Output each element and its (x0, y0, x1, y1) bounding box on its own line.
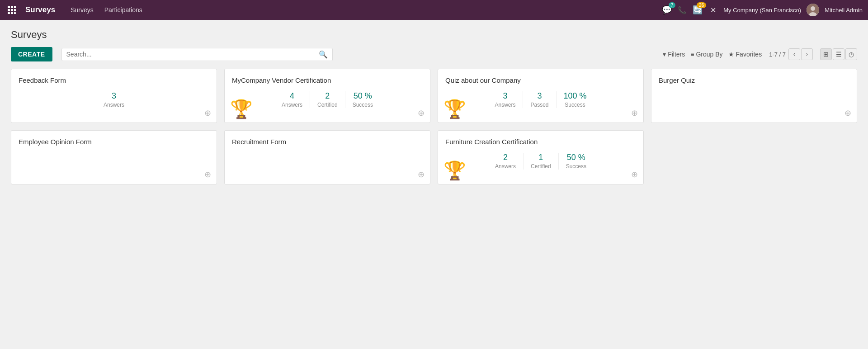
nav-surveys[interactable]: Surveys (66, 5, 98, 15)
stat-item: 2Certified (310, 91, 345, 108)
list-view-button[interactable]: ☰ (833, 48, 844, 60)
apps-menu-button[interactable] (5, 4, 18, 16)
stat-number: 50 % (566, 153, 586, 162)
next-page-button[interactable]: › (801, 48, 813, 60)
card-action-button[interactable]: ⊕ (844, 108, 851, 118)
update-icon-wrapper[interactable]: 🔄 26 (693, 5, 703, 15)
stat-label: Answers (495, 102, 515, 108)
card-title: Employee Opinion Form (19, 138, 209, 146)
card-action-button[interactable]: ⊕ (204, 108, 211, 118)
topnav: Surveys Surveys Participations 💬 7 📞 🔄 2… (0, 0, 868, 20)
survey-card-feedback-form[interactable]: Feedback Form3Answers⊕ (11, 69, 217, 123)
app-brand: Surveys (25, 5, 55, 14)
toolbar-right: ▾ Filters ≡ Group By ★ Favorites 1-7 / 7… (663, 48, 857, 60)
svg-rect-2 (14, 6, 16, 8)
stat-number: 3 (104, 91, 124, 101)
svg-rect-3 (8, 9, 10, 11)
stat-item: 50 %Success (558, 153, 594, 170)
activity-view-button[interactable]: ◷ (845, 48, 857, 60)
svg-rect-7 (11, 12, 13, 14)
card-title: Feedback Form (19, 76, 209, 84)
stat-label: Answers (104, 102, 124, 108)
stat-number: 2 (317, 91, 338, 101)
card-action-button[interactable]: ⊕ (204, 170, 211, 179)
svg-point-10 (811, 6, 815, 11)
star-icon: ★ (728, 51, 734, 58)
survey-card-mycompany-vendor[interactable]: MyCompany Vendor Certification🏆4Answers2… (224, 69, 430, 123)
view-buttons: ⊞ ☰ ◷ (820, 48, 857, 60)
stat-item: 3Answers (487, 91, 523, 108)
chat-icon-wrapper[interactable]: 💬 7 (662, 5, 672, 15)
stat-label: Success (564, 102, 587, 108)
toolbar-actions: ▾ Filters ≡ Group By ★ Favorites (663, 51, 762, 58)
stat-label: Certified (317, 102, 338, 108)
main-content: Surveys CREATE 🔍 ▾ Filters ≡ Group By ★ (0, 20, 868, 193)
groupby-action[interactable]: ≡ Group By (690, 51, 722, 58)
phone-icon[interactable]: 📞 (677, 5, 687, 15)
filter-icon: ▾ (663, 51, 666, 58)
stat-label: Success (353, 102, 373, 108)
stat-item: 3Passed (523, 91, 556, 108)
favorites-action[interactable]: ★ Favorites (728, 51, 762, 58)
stat-number: 1 (531, 153, 551, 162)
svg-rect-6 (8, 12, 10, 14)
svg-rect-1 (11, 6, 13, 8)
cards-grid: Feedback Form3Answers⊕MyCompany Vendor C… (11, 69, 857, 184)
svg-rect-5 (14, 9, 16, 11)
card-title: Furniture Creation Certification (445, 138, 636, 146)
chat-badge: 7 (669, 2, 676, 8)
company-name[interactable]: My Company (San Francisco) (723, 7, 801, 14)
pagination: 1-7 / 7 ‹ › (769, 48, 813, 60)
user-avatar[interactable] (807, 4, 819, 16)
card-stats: 4Answers2Certified50 %Success (232, 91, 423, 108)
stat-number: 50 % (353, 91, 373, 101)
stat-item: 1Certified (523, 153, 558, 170)
card-title: Recruitment Form (232, 138, 423, 146)
nav-participations[interactable]: Participations (100, 5, 147, 15)
favorites-label: Favorites (736, 51, 762, 58)
card-stats: 2Answers1Certified50 %Success (445, 153, 636, 170)
card-action-button[interactable]: ⊕ (418, 170, 425, 179)
survey-card-burger-quiz[interactable]: Burger Quiz⊕ (651, 69, 857, 123)
stat-item: 2Answers (488, 153, 523, 170)
username[interactable]: Mitchell Admin (825, 7, 863, 14)
stat-item: 50 %Success (345, 91, 380, 108)
stat-number: 100 % (564, 91, 587, 101)
create-button[interactable]: CREATE (11, 47, 52, 61)
filters-label: Filters (668, 51, 685, 58)
stat-label: Answers (495, 163, 516, 170)
svg-rect-0 (8, 6, 10, 8)
survey-card-recruitment-form[interactable]: Recruitment Form⊕ (224, 130, 430, 184)
page-title: Surveys (11, 29, 857, 41)
groupby-icon: ≡ (690, 51, 694, 58)
card-title: Burger Quiz (659, 76, 849, 84)
stat-number: 3 (530, 91, 548, 101)
pagination-nav: ‹ › (788, 48, 813, 60)
stat-label: Passed (530, 102, 548, 108)
topnav-links: Surveys Participations (66, 5, 655, 15)
stat-label: Certified (531, 163, 551, 170)
update-badge: 26 (697, 2, 706, 8)
card-action-button[interactable]: ⊕ (631, 170, 638, 179)
groupby-label: Group By (696, 51, 722, 58)
card-action-button[interactable]: ⊕ (631, 108, 638, 118)
search-input[interactable] (66, 51, 319, 58)
card-action-button[interactable]: ⊕ (418, 108, 425, 118)
survey-card-quiz-company[interactable]: Quiz about our Company🏆3Answers3Passed10… (438, 69, 644, 123)
close-icon[interactable]: ✕ (708, 5, 718, 15)
filters-action[interactable]: ▾ Filters (663, 51, 685, 58)
svg-rect-8 (14, 12, 16, 14)
survey-card-employee-opinion[interactable]: Employee Opinion Form⊕ (11, 130, 217, 184)
search-icon: 🔍 (319, 50, 328, 59)
stat-item: 3Answers (96, 91, 132, 108)
card-stats: 3Answers3Passed100 %Success (445, 91, 636, 108)
survey-card-furniture-creation[interactable]: Furniture Creation Certification🏆2Answer… (438, 130, 644, 184)
stat-number: 3 (495, 91, 515, 101)
kanban-view-button[interactable]: ⊞ (820, 48, 832, 60)
stat-label: Success (566, 163, 586, 170)
stat-number: 2 (495, 153, 516, 162)
card-title: MyCompany Vendor Certification (232, 76, 423, 84)
svg-rect-4 (11, 9, 13, 11)
prev-page-button[interactable]: ‹ (788, 48, 800, 60)
stat-label: Answers (282, 102, 302, 108)
